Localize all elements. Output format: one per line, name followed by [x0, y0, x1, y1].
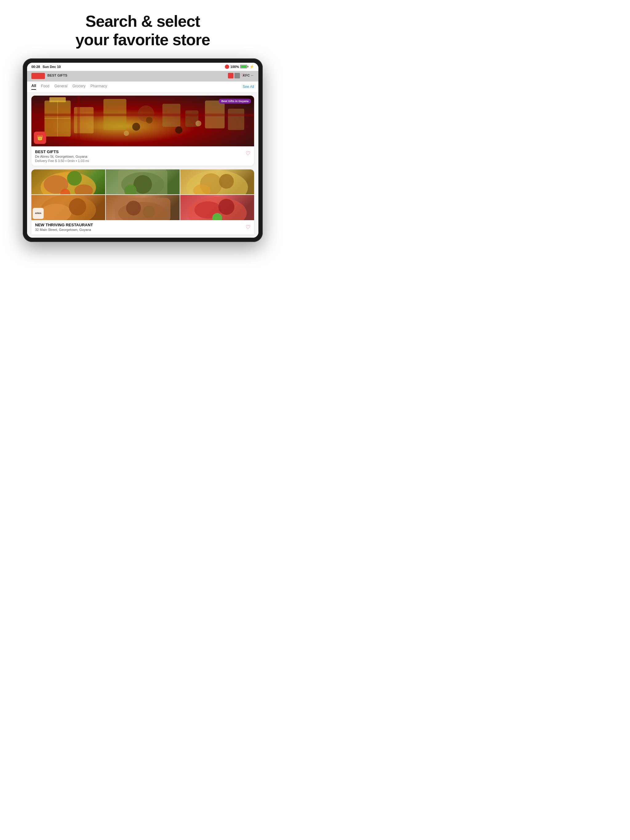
store-image-restaurant: ARMA — [32, 169, 254, 220]
status-bar: 00:28 Sun Dec 10 100% ⚡ — [27, 63, 258, 71]
svg-point-20 — [67, 171, 82, 185]
sq-icon-1 — [228, 73, 233, 78]
record-indicator — [225, 65, 229, 69]
banner-red-tag — [32, 73, 45, 79]
tab-pharmacy[interactable]: Pharmacy — [90, 84, 107, 90]
tab-all[interactable]: All — [32, 84, 36, 90]
store-name-best-gifts: BEST GIFTS — [35, 149, 250, 154]
food-cell-4: ARMA — [32, 195, 105, 220]
svg-point-40 — [218, 199, 234, 215]
food-cell-3 — [180, 169, 254, 195]
tablet-screen: 00:28 Sun Dec 10 100% ⚡ BEST GIFTS ♡ — [27, 63, 258, 238]
store-image-best-gifts: Best Gifts in Guyana 👑 — [32, 96, 254, 146]
tab-grocery[interactable]: Grocery — [72, 84, 85, 90]
store-address-best-gifts: De Abreu St, Georgetown, Guyana — [35, 155, 250, 158]
store-info-restaurant: NEW THRIVING RESTAURANT 32 Main Street, … — [32, 220, 254, 235]
svg-rect-16 — [32, 114, 254, 116]
food-cell-6 — [180, 195, 254, 220]
svg-point-29 — [219, 174, 234, 188]
restaurant-logo: ARMA — [33, 208, 44, 219]
category-tabs: All Food General Grocery Pharmacy See Al… — [27, 82, 258, 93]
store-badge-best-gifts: Best Gifts in Guyana — [219, 99, 251, 104]
svg-point-14 — [175, 126, 182, 133]
svg-rect-17 — [77, 96, 80, 146]
store-info-best-gifts: BEST GIFTS De Abreu St, Georgetown, Guya… — [32, 146, 254, 166]
store-card-restaurant[interactable]: ARMA — [32, 169, 254, 235]
page-title: Search & select your favorite store — [75, 12, 210, 49]
kfc-label: KFC ← — [243, 74, 254, 77]
time-display: 00:28 — [32, 65, 40, 69]
store-address-restaurant: 32 Main Street, Georgetown, Guyana — [35, 228, 250, 232]
lightning-icon: ⚡ — [250, 65, 254, 69]
svg-point-37 — [143, 206, 155, 218]
svg-rect-2 — [74, 107, 93, 133]
svg-point-13 — [123, 131, 129, 136]
svg-rect-8 — [228, 109, 244, 130]
svg-point-12 — [146, 117, 153, 123]
sq-icon-2 — [234, 73, 240, 78]
food-cell-5 — [106, 195, 180, 220]
svg-point-11 — [132, 123, 140, 131]
see-all-button[interactable]: See All — [243, 85, 254, 89]
tablet-frame: 00:28 Sun Dec 10 100% ⚡ BEST GIFTS ♡ — [23, 58, 263, 242]
date-display: Sun Dec 10 — [43, 65, 60, 69]
tab-general[interactable]: General — [54, 84, 68, 90]
battery-icon — [240, 65, 248, 68]
restaurant-img-grid: ARMA — [32, 169, 254, 220]
store-delivery-best-gifts: Delivery Fee $ 3.50 • 0min • 1.03 mi — [35, 159, 250, 163]
store-logo-best-gifts: 👑 — [34, 132, 46, 144]
food-cell-1 — [32, 169, 105, 195]
banner-hint: BEST GIFTS ♡ KFC ← — [27, 71, 258, 82]
heart-icon-best-gifts[interactable]: ♡ — [245, 150, 250, 157]
store-card-best-gifts[interactable]: Best Gifts in Guyana 👑 BEST GIFTS De Abr… — [32, 96, 254, 166]
battery-percent: 100% — [230, 65, 239, 69]
svg-point-15 — [195, 120, 201, 126]
svg-point-33 — [69, 198, 86, 216]
best-gifts-label: BEST GIFTS — [47, 74, 67, 77]
banner-icons — [228, 73, 240, 78]
heart-icon-restaurant[interactable]: ♡ — [245, 224, 250, 231]
food-cell-2 — [106, 169, 180, 195]
tab-food[interactable]: Food — [41, 84, 49, 90]
svg-point-36 — [126, 201, 141, 216]
store-name-restaurant: NEW THRIVING RESTAURANT — [35, 223, 250, 227]
stores-list: Best Gifts in Guyana 👑 BEST GIFTS De Abr… — [27, 93, 258, 238]
